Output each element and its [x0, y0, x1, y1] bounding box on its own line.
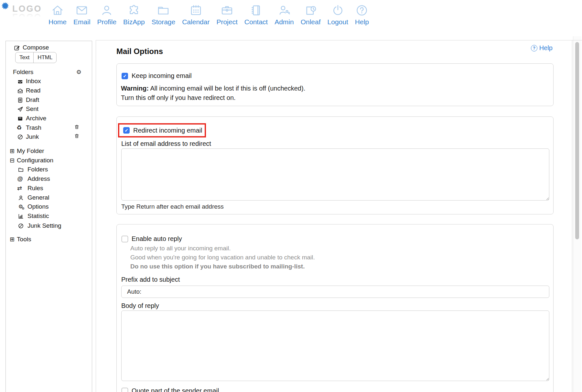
folder-icon	[156, 4, 170, 17]
sidebar-item-trash[interactable]: ♻ Trash	[16, 124, 41, 132]
nav-item-project[interactable]: Project	[216, 4, 237, 26]
sidebar: Compose Text HTML Folders ⚙ Inbox Read D…	[5, 41, 92, 392]
swap-arrows-icon: ⇄	[17, 185, 24, 191]
sidebar-item-archive[interactable]: Archive	[16, 114, 46, 123]
sidebar-item-sent[interactable]: Sent	[16, 105, 38, 113]
nav-item-logout[interactable]: Logout	[328, 4, 348, 26]
compose-button[interactable]: Compose	[13, 43, 49, 52]
expand-plus-icon[interactable]: ⊞	[10, 236, 15, 242]
email-icon	[75, 4, 89, 17]
sidebar-item-config-address[interactable]: @ Address	[17, 175, 50, 183]
logo-reflection: LOGO	[12, 12, 42, 22]
app-starburst-icon	[1, 2, 9, 10]
nav-item-admin[interactable]: Admin	[275, 4, 294, 26]
sidebar-item-draft[interactable]: Draft	[16, 96, 39, 104]
document-clock-icon	[304, 4, 318, 17]
quote-sender-checkbox[interactable]	[122, 388, 128, 392]
compose-icon	[13, 45, 20, 51]
folders-header: Folders ⚙	[13, 68, 87, 76]
keep-incoming-email-checkbox[interactable]	[122, 73, 128, 79]
page-title: Mail Options	[116, 47, 163, 56]
sidebar-item-config-junk-setting[interactable]: Junk Setting	[17, 222, 61, 230]
folders-settings-gear-icon[interactable]: ⚙	[76, 69, 81, 76]
nav-item-onleaf[interactable]: Onleaf	[301, 4, 321, 26]
open-envelope-icon	[16, 88, 24, 94]
nav-item-calendar[interactable]: Calendar	[182, 4, 210, 26]
auto-reply-desc-2: Good when you're going for long vacation…	[130, 254, 315, 261]
empty-junk-icon[interactable]	[74, 133, 80, 139]
body-of-reply-textarea[interactable]	[121, 310, 549, 381]
sidebar-item-configuration[interactable]: ⊟ Configuration	[10, 156, 53, 165]
scrollbar-thumb[interactable]	[575, 42, 579, 239]
enable-auto-reply-checkbox[interactable]	[122, 236, 128, 242]
profile-icon	[100, 4, 113, 17]
blocked-icon	[17, 223, 24, 229]
folder-outline-icon	[17, 167, 24, 173]
auto-reply-desc-3: Do no use this option if you have subscr…	[130, 263, 305, 270]
nav-item-home[interactable]: Home	[48, 4, 67, 26]
logo[interactable]: LOGO LOGO	[12, 4, 42, 22]
sidebar-item-inbox[interactable]: Inbox	[16, 77, 41, 85]
redirect-hint: Type Return after each email address	[121, 203, 224, 210]
redirect-incoming-email-section: Redirect incoming email List of email ad…	[116, 116, 554, 214]
nav-item-bizapp[interactable]: BizApp	[123, 4, 145, 26]
auto-reply-section: Enable auto reply Auto reply to all your…	[116, 224, 554, 392]
sidebar-item-config-general[interactable]: General	[17, 193, 49, 202]
sidebar-item-config-options[interactable]: ⚙⚙ Options	[17, 202, 48, 211]
redirect-list-textarea[interactable]	[121, 148, 549, 201]
redirect-list-label: List of email address to redirect	[121, 140, 211, 147]
inbox-icon	[16, 78, 24, 84]
top-nav: LOGO LOGO Home Email Profile BizApp Stor…	[0, 0, 582, 36]
warning-text-line2: Turn this off only if you have redirect …	[121, 94, 236, 102]
keep-incoming-email-row: Keep incoming email	[122, 72, 192, 80]
nav-item-profile[interactable]: Profile	[97, 4, 117, 26]
main-panel: ? Help Mail Options Keep incoming email …	[96, 40, 572, 392]
nav-item-email[interactable]: Email	[73, 4, 91, 26]
empty-trash-icon[interactable]	[74, 124, 80, 130]
keep-incoming-email-label: Keep incoming email	[132, 72, 192, 80]
auto-reply-desc-1: Auto reply to all your incoming email.	[130, 245, 231, 252]
paper-plane-icon	[16, 106, 24, 112]
briefcase-icon	[220, 4, 234, 17]
keep-incoming-email-section: Keep incoming email Warning: All incomin…	[116, 63, 554, 106]
nav-menu: Home Email Profile BizApp Storage Calend…	[48, 4, 369, 26]
enable-auto-reply-label: Enable auto reply	[132, 235, 182, 243]
help-link[interactable]: ? Help	[531, 44, 553, 52]
help-question-icon: ?	[531, 45, 537, 51]
warning-text: Warning: All incoming email will be lost…	[121, 85, 305, 92]
sidebar-item-junk[interactable]: Junk	[16, 133, 39, 141]
text-mode-button[interactable]: Text	[16, 52, 34, 63]
enable-auto-reply-row: Enable auto reply	[122, 235, 182, 243]
sidebar-item-my-folder[interactable]: ⊞ My Folder	[10, 147, 44, 155]
bar-chart-icon	[17, 213, 24, 219]
document-icon	[16, 97, 24, 103]
at-sign-icon: @	[17, 176, 24, 182]
quote-sender-row: Quote part of the sender email	[122, 387, 219, 392]
recycle-icon: ♻	[16, 125, 24, 131]
redirect-incoming-email-checkbox[interactable]	[123, 127, 130, 134]
power-icon	[331, 4, 345, 17]
sidebar-item-config-folders[interactable]: Folders	[17, 165, 48, 174]
person-outline-icon	[17, 195, 24, 201]
nav-item-contact[interactable]: Contact	[244, 4, 268, 26]
sidebar-item-read[interactable]: Read	[16, 86, 40, 95]
sidebar-item-tools[interactable]: ⊞ Tools	[10, 235, 31, 244]
compose-mode-switch: Text HTML	[15, 52, 57, 63]
nav-item-help[interactable]: Help	[355, 4, 369, 26]
expand-plus-icon[interactable]: ⊞	[10, 148, 15, 154]
prefix-input[interactable]	[121, 286, 549, 298]
address-book-icon	[249, 4, 263, 17]
archive-box-icon	[16, 115, 24, 122]
sidebar-item-config-rules[interactable]: ⇄ Rules	[17, 184, 43, 192]
puzzle-icon	[127, 4, 141, 17]
panel-top-edge-line	[572, 40, 582, 40]
prefix-label: Prefix add to subject	[121, 276, 180, 283]
sidebar-item-config-statistic[interactable]: Statistic	[17, 212, 49, 220]
html-mode-button[interactable]: HTML	[34, 52, 56, 63]
help-circle-icon	[355, 4, 369, 17]
collapse-minus-icon[interactable]: ⊟	[10, 158, 15, 163]
nav-item-storage[interactable]: Storage	[152, 4, 176, 26]
redirect-incoming-email-label: Redirect incoming email	[133, 127, 202, 134]
gears-icon: ⚙⚙	[18, 204, 23, 209]
quote-sender-label: Quote part of the sender email	[132, 387, 219, 392]
